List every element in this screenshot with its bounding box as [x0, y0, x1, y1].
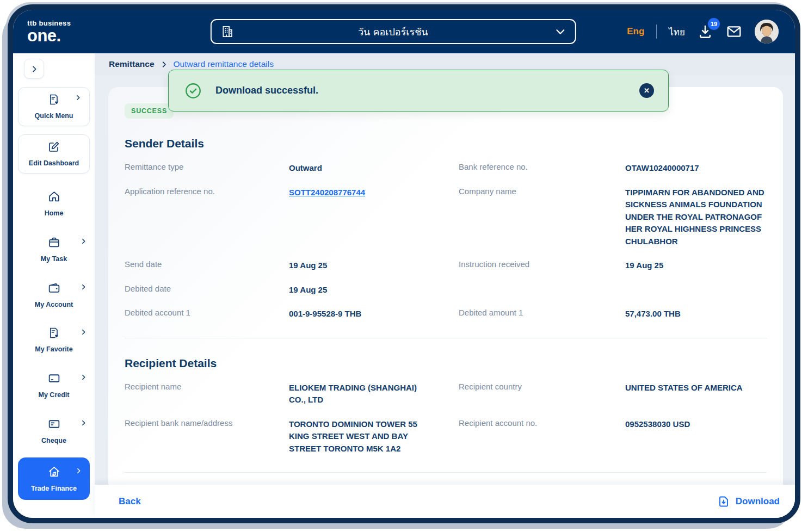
field-label: Recipient name	[125, 382, 289, 391]
chevron-right-icon	[80, 283, 87, 290]
field-value: 57,473.00 THB	[625, 308, 767, 320]
logo-line1: ttb business	[27, 20, 71, 27]
lock-icon	[48, 516, 60, 523]
field-value: TIPPIMARN FOR ABANDONED AND SICKNESS ANI…	[625, 187, 767, 248]
messages-button[interactable]	[725, 23, 743, 40]
briefcase-icon	[47, 236, 61, 249]
field-label: Application reference no.	[125, 187, 289, 196]
breadcrumb-current-page: Outward remittance details	[174, 59, 274, 69]
company-selector-value: วัน คอเปอร์เรชัน	[211, 24, 575, 40]
language-divider	[656, 24, 657, 39]
sidebar-item-label: Home	[16, 209, 91, 218]
chevron-right-icon	[30, 65, 39, 73]
field-row: Application reference no. SOTT2402087767…	[125, 187, 767, 248]
user-avatar[interactable]	[755, 20, 779, 44]
field-row: Debited date 19 Aug 25	[125, 284, 767, 296]
language-toggle-eng[interactable]: Eng	[627, 26, 644, 37]
field-label: Debited amount 1	[459, 308, 625, 317]
field-label: Bank reference no.	[459, 162, 625, 171]
credit-card-icon	[47, 372, 61, 385]
sidebar-item-edit-dashboard[interactable]: Edit Dashboard	[18, 134, 90, 174]
sidebar-item-ctf[interactable]: CTF	[13, 515, 95, 523]
field-label: Recipient account no.	[459, 418, 625, 428]
trade-finance-house-icon	[47, 465, 61, 479]
company-selector-dropdown[interactable]: วัน คอเปอร์เรชัน	[210, 19, 576, 44]
home-icon	[47, 190, 61, 203]
field-value: TORONTO DOMINION TOWER 55 KING STREET WE…	[289, 418, 431, 455]
sidebar-item-quick-menu[interactable]: Quick Menu	[18, 87, 90, 126]
field-row: Send date 19 Aug 25 Instruction received…	[125, 259, 767, 272]
remittance-details-card: SUCCESS Sender Details Remittance type O…	[108, 87, 783, 518]
chevron-right-icon	[80, 374, 87, 381]
sidebar-item-label: My Task	[16, 255, 91, 264]
field-value: Outward	[289, 162, 431, 175]
breadcrumb-remittance[interactable]: Remittance	[109, 59, 155, 69]
envelope-icon	[725, 23, 743, 40]
sidebar-item-my-credit[interactable]: My Credit	[13, 370, 95, 401]
sidebar-item-label: My Account	[16, 300, 91, 310]
chevron-right-icon	[80, 419, 87, 426]
section-title-recipient: Recipient Details	[125, 357, 767, 370]
status-badge: SUCCESS	[125, 103, 174, 119]
back-button[interactable]: Back	[119, 496, 141, 507]
field-value: 19 Aug 25	[289, 284, 431, 296]
logo-line2: one.	[27, 27, 71, 44]
download-document-icon	[717, 495, 730, 508]
sidebar-item-cheque[interactable]: Cheque	[13, 416, 95, 447]
field-row: Debited account 1 001-9-95528-9 THB Debi…	[125, 308, 767, 320]
field-value: OTAW10240000717	[625, 162, 767, 175]
sidebar-item-label: Trade Finance	[21, 484, 87, 493]
avatar-photo	[755, 20, 779, 44]
sidebar-item-label: Cheque	[16, 436, 91, 446]
sidebar-item-my-favorite[interactable]: My Favorite	[13, 325, 95, 355]
field-label: Send date	[125, 259, 289, 269]
sidebar-item-label: My Credit	[16, 391, 91, 400]
language-toggle-thai[interactable]: ไทย	[669, 24, 685, 39]
cheque-card-icon	[47, 417, 61, 431]
ttb-business-one-logo: ttb business one.	[27, 20, 71, 44]
field-row: Recipient name ELIOKEM TRADING (SHANGHAI…	[125, 382, 767, 406]
field-label: Company name	[459, 187, 625, 196]
field-label: Debited date	[125, 284, 289, 293]
application-reference-link[interactable]: SOTT240208776744	[289, 187, 431, 199]
field-row: Remittance type Outward Bank reference n…	[125, 162, 767, 175]
section-title-sender: Sender Details	[125, 137, 767, 150]
downloads-button[interactable]: 19	[697, 23, 713, 40]
chevron-right-icon	[80, 329, 87, 336]
chevron-right-icon	[75, 467, 82, 474]
document-heart-icon	[47, 93, 60, 106]
chevron-right-icon	[75, 94, 82, 101]
chevron-right-icon	[80, 238, 87, 245]
field-value: 001-9-95528-9 THB	[289, 308, 431, 320]
sidebar-item-trade-finance[interactable]: Trade Finance	[18, 457, 90, 500]
sidebar-item-label: My Favorite	[16, 345, 91, 354]
app-window: ttb business one. วัน คอเปอร์เรชัน Eng ไ…	[8, 4, 800, 523]
sidebar-item-my-task[interactable]: My Task	[13, 234, 95, 265]
section-divider	[125, 338, 767, 338]
wallet-icon	[47, 281, 61, 295]
sidebar-item-label: Edit Dashboard	[22, 159, 86, 168]
main-content: Remittance Outward remittance details Do…	[95, 53, 795, 518]
sidebar-item-home[interactable]: Home	[13, 189, 95, 219]
toast-close-button[interactable]: ✕	[639, 83, 654, 98]
field-value: UNITED STATES OF AMERICA	[625, 382, 767, 394]
edit-pencil-icon	[47, 140, 60, 153]
field-row: Recipient bank name/address TORONTO DOMI…	[125, 418, 767, 455]
field-label: Debited account 1	[125, 308, 289, 317]
field-value: 19 Aug 25	[289, 259, 431, 272]
top-right-controls: Eng ไทย 19	[627, 20, 779, 44]
field-label: Recipient bank name/address	[125, 418, 289, 428]
field-value: ELIOKEM TRADING (SHANGHAI) CO., LTD	[289, 382, 431, 406]
top-bar: ttb business one. วัน คอเปอร์เรชัน Eng ไ…	[13, 10, 795, 53]
section-divider	[125, 472, 767, 473]
sidebar-expand-button[interactable]	[24, 59, 44, 79]
field-label: Instruction received	[459, 259, 625, 269]
breadcrumb-chevron-icon	[160, 60, 168, 69]
toast-message: Download successful.	[215, 85, 318, 96]
download-button[interactable]: Download	[717, 495, 780, 508]
document-heart-icon	[47, 326, 60, 339]
sidebar-item-my-account[interactable]: My Account	[13, 280, 95, 311]
toast-download-successful: Download successful. ✕	[168, 70, 669, 112]
check-circle-icon	[184, 82, 202, 100]
footer-action-bar: Back Download	[95, 485, 795, 518]
